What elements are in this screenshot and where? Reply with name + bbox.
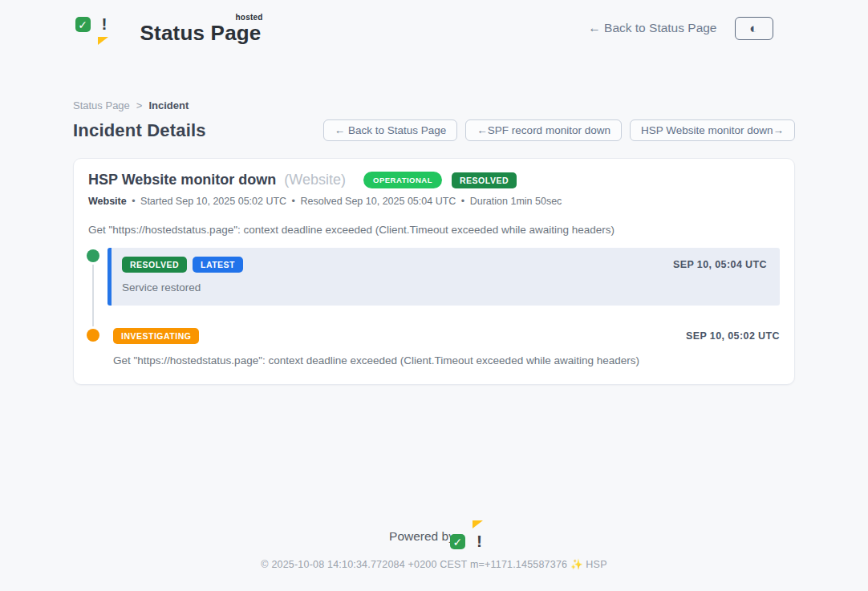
- meta-separator: •: [461, 196, 464, 207]
- back-to-status-page-button[interactable]: ← Back to Status Page: [323, 119, 458, 141]
- powered-by-label: Powered by: [389, 529, 455, 544]
- meta-component-name: Website: [88, 196, 127, 207]
- breadcrumb-status-page[interactable]: Status Page: [73, 99, 130, 111]
- incident-meta: Website • Started Sep 10, 2025 05:02 UTC…: [87, 196, 780, 207]
- meta-resolved: Resolved Sep 10, 2025 05:04 UTC: [300, 196, 456, 207]
- incident-nav-buttons: ← Back to Status Page ←SPF record monito…: [323, 119, 795, 141]
- incident-component: (Website): [284, 172, 346, 188]
- timeline-dot-investigating-icon: [87, 329, 99, 342]
- header-back-to-status-page-link[interactable]: ← Back to Status Page: [588, 21, 716, 35]
- speech-bubble-tail: [98, 37, 108, 45]
- brand-superscript: hosted: [236, 13, 263, 22]
- powered-by-link[interactable]: Powered by ! ✓: [0, 528, 868, 544]
- status-page-logo-icon: ! ✓: [95, 11, 132, 45]
- timeline-dot-resolved-icon: [87, 249, 99, 262]
- incident-timeline: RESOLVED LATEST SEP 10, 05:04 UTC Servic…: [87, 248, 780, 366]
- next-incident-button[interactable]: HSP Website monitor down→: [630, 119, 795, 141]
- breadcrumb: Status Page > Incident: [73, 99, 795, 111]
- page-title: Incident Details: [73, 120, 206, 141]
- timeline-latest-badge: LATEST: [193, 257, 243, 273]
- timeline-entry-resolved: RESOLVED LATEST SEP 10, 05:04 UTC Servic…: [87, 248, 780, 306]
- timeline-entry-investigating: INVESTIGATING SEP 10, 05:02 UTC Get "htt…: [87, 328, 780, 366]
- incident-card: HSP Website monitor down (Website) OPERA…: [73, 158, 795, 385]
- timeline-plain-content: INVESTIGATING SEP 10, 05:02 UTC Get "htt…: [113, 328, 780, 366]
- timeline-investigating-badge: INVESTIGATING: [113, 328, 199, 344]
- timeline-highlight-panel: RESOLVED LATEST SEP 10, 05:04 UTC Servic…: [107, 248, 780, 306]
- status-page-mini-logo-icon: ! ✓: [461, 528, 479, 544]
- meta-duration: Duration 1min 50sec: [470, 196, 562, 207]
- meta-separator: •: [292, 196, 295, 207]
- timeline-message: Service restored: [122, 281, 767, 293]
- footer: Powered by ! ✓ © 2025-10-08 14:10:34.772…: [0, 528, 868, 591]
- timeline-timestamp: SEP 10, 05:02 UTC: [686, 330, 780, 342]
- incident-description: Get "https://hostedstatus.page": context…: [87, 224, 780, 236]
- brand-logo[interactable]: ! ✓ Status Page hosted: [95, 11, 266, 45]
- main-content: Status Page > Incident Incident Details …: [73, 45, 795, 385]
- resolved-state-badge: RESOLVED: [452, 172, 517, 188]
- breadcrumb-incident: Incident: [148, 99, 189, 111]
- timeline-resolved-badge: RESOLVED: [122, 257, 187, 273]
- half-circle-contrast-icon: ◐: [749, 22, 757, 35]
- incident-title: HSP Website monitor down: [88, 172, 276, 188]
- timeline-message: Get "https://hostedstatus.page": context…: [113, 354, 780, 366]
- brand-name: Status Page hosted: [140, 22, 266, 45]
- header: ! ✓ Status Page hosted ← Back to Status …: [0, 0, 868, 45]
- timeline-timestamp: SEP 10, 05:04 UTC: [673, 259, 767, 270]
- previous-incident-button[interactable]: ←SPF record monitor down: [465, 119, 622, 141]
- meta-started: Started Sep 10, 2025 05:02 UTC: [140, 196, 286, 207]
- breadcrumb-separator: >: [136, 99, 143, 111]
- copyright-text: © 2025-10-08 14:10:34.772084 +0200 CEST …: [0, 558, 868, 570]
- meta-separator: •: [132, 196, 135, 207]
- operational-status-badge: OPERATIONAL: [363, 172, 442, 188]
- theme-toggle-button[interactable]: ◐: [735, 17, 773, 40]
